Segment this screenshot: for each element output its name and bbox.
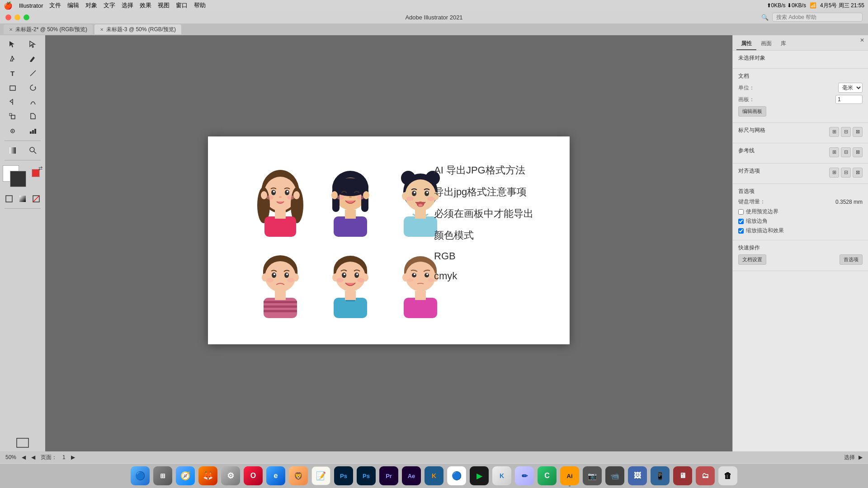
dock-firefox[interactable]: 🦊 bbox=[198, 465, 218, 486]
dock-app23[interactable]: 🖼 bbox=[627, 465, 648, 486]
svg-line-14 bbox=[34, 151, 36, 154]
artboard-tool[interactable] bbox=[3, 436, 42, 449]
dock-aftereffects[interactable]: Ae bbox=[401, 465, 422, 486]
pen-tool[interactable] bbox=[3, 52, 22, 65]
swap-colors-icon[interactable]: ⇄ bbox=[38, 165, 42, 171]
pencil-tool[interactable] bbox=[23, 52, 42, 65]
dock-pages[interactable]: ✏ bbox=[514, 465, 535, 486]
guide-icon-2[interactable]: ⊟ bbox=[841, 147, 851, 157]
rect-tool[interactable] bbox=[3, 81, 22, 94]
dock-app24[interactable]: 📱 bbox=[650, 465, 670, 486]
normal-mode[interactable] bbox=[3, 192, 15, 205]
warp-tool[interactable] bbox=[23, 96, 42, 108]
preferences-button[interactable]: 首选项 bbox=[840, 254, 863, 265]
menu-illustrator[interactable]: Illustrator bbox=[19, 2, 43, 9]
dock-app26[interactable]: 🗂 bbox=[695, 465, 716, 486]
panel-tab-properties[interactable]: 属性 bbox=[736, 38, 756, 50]
svg-point-57 bbox=[406, 197, 414, 201]
dock-app21[interactable]: 📷 bbox=[582, 465, 603, 486]
stroke-color[interactable] bbox=[10, 171, 26, 187]
line-tool[interactable] bbox=[23, 67, 42, 80]
dock-photoshop[interactable]: Ps bbox=[333, 465, 354, 486]
scroll-right-icon[interactable]: ▶ bbox=[859, 454, 863, 460]
clock: 4月5号 周三 21:55 bbox=[820, 2, 864, 9]
dock-edge[interactable]: e bbox=[265, 465, 286, 486]
dock-opera[interactable]: O bbox=[243, 465, 264, 486]
dock-finder[interactable]: 🔵 bbox=[130, 465, 151, 486]
type-tool[interactable]: T bbox=[3, 67, 22, 80]
menu-effect[interactable]: 效果 bbox=[140, 1, 151, 9]
snap-section: 对齐选项 ⊞ ⊟ ⊠ bbox=[733, 164, 868, 184]
panel-tab-artboard[interactable]: 画面 bbox=[756, 38, 776, 50]
tab-2-close[interactable]: ✕ bbox=[100, 27, 104, 32]
gradient-box[interactable] bbox=[16, 192, 29, 205]
panel-close-button[interactable]: ✕ bbox=[860, 37, 864, 43]
graph-tool[interactable] bbox=[23, 125, 42, 137]
zoom-tool[interactable] bbox=[23, 144, 42, 157]
dock-chrome[interactable]: 🔵 bbox=[446, 465, 467, 486]
scale-tool[interactable] bbox=[3, 110, 22, 123]
menu-view[interactable]: 视图 bbox=[158, 1, 170, 9]
unit-select[interactable]: 毫米 像素 厘米 bbox=[838, 83, 863, 93]
dock-safari[interactable]: 🧭 bbox=[175, 465, 196, 486]
ruler-icon-1[interactable]: ⊞ bbox=[829, 127, 839, 137]
select-tool[interactable] bbox=[3, 38, 22, 51]
tab-1-close[interactable]: ✕ bbox=[9, 27, 13, 32]
gradient-tool[interactable] bbox=[3, 144, 22, 157]
dock-cashculator[interactable]: C bbox=[537, 465, 557, 486]
dock-app25[interactable]: 🖥 bbox=[672, 465, 693, 486]
rotate-tool[interactable] bbox=[23, 81, 42, 94]
panel-tab-library[interactable]: 库 bbox=[776, 38, 791, 50]
symbol-tool[interactable] bbox=[3, 125, 22, 137]
snap-icon-1[interactable]: ⊞ bbox=[829, 168, 839, 178]
mirror-tool[interactable] bbox=[3, 96, 22, 108]
snap-icon-3[interactable]: ⊠ bbox=[853, 168, 863, 178]
close-button[interactable] bbox=[5, 14, 11, 20]
guide-icon-3[interactable]: ⊠ bbox=[853, 147, 863, 157]
guide-icon-1[interactable]: ⊞ bbox=[829, 147, 839, 157]
dock-launchpad[interactable]: ⊞ bbox=[152, 465, 173, 486]
rulers-title: 标尺与网格 bbox=[738, 127, 765, 134]
menu-edit[interactable]: 编辑 bbox=[67, 1, 79, 9]
edit-artboard-button[interactable]: 编辑画板 bbox=[738, 106, 766, 117]
tab-1[interactable]: ✕ 未标题-2* @ 50% (RGB/预览) bbox=[4, 24, 93, 34]
ruler-icon-3[interactable]: ⊠ bbox=[853, 127, 863, 137]
dock-photoshop2[interactable]: Ps bbox=[356, 465, 377, 486]
artboard-number-input[interactable] bbox=[835, 95, 863, 104]
search-input[interactable] bbox=[772, 13, 863, 22]
menu-type[interactable]: 文字 bbox=[104, 1, 115, 9]
maximize-button[interactable] bbox=[24, 14, 29, 20]
dock-textedit[interactable]: 📝 bbox=[311, 465, 331, 486]
snap-icon-2[interactable]: ⊟ bbox=[841, 168, 851, 178]
hide-corner-checkbox[interactable] bbox=[738, 219, 744, 224]
dock-player[interactable]: ▶ bbox=[469, 465, 490, 486]
dock-system-prefs[interactable]: ⚙ bbox=[220, 465, 241, 486]
scale-strokes-checkbox[interactable] bbox=[738, 228, 744, 234]
menu-object[interactable]: 对象 bbox=[85, 1, 97, 9]
dock-premiere[interactable]: Pr bbox=[378, 465, 399, 486]
dock-app22[interactable]: 📹 bbox=[604, 465, 625, 486]
menu-help[interactable]: 帮助 bbox=[194, 1, 206, 9]
svg-point-65 bbox=[265, 261, 296, 292]
page-next-icon[interactable]: ▶ bbox=[71, 454, 75, 460]
canvas-area[interactable]: AI 导出JPG格式方法 导出jpg格式注意事项 必须在画板中才能导出 颜色模式… bbox=[45, 35, 732, 463]
direct-select-tool[interactable] bbox=[23, 38, 42, 51]
use-preview-checkbox[interactable] bbox=[738, 209, 744, 215]
dock-illustrator[interactable]: Ai bbox=[559, 465, 580, 486]
page-prev-icon[interactable]: ◀ bbox=[31, 454, 35, 460]
doc-settings-button[interactable]: 文档设置 bbox=[738, 254, 766, 265]
svg-rect-77 bbox=[264, 310, 297, 312]
dock-brave[interactable]: 🦁 bbox=[288, 465, 309, 486]
dock-trash[interactable]: 🗑 bbox=[717, 465, 738, 486]
minimize-button[interactable] bbox=[14, 14, 20, 20]
free-transform-tool[interactable] bbox=[23, 110, 42, 123]
dock-keynote[interactable]: K bbox=[491, 465, 512, 486]
ruler-icon-2[interactable]: ⊟ bbox=[841, 127, 851, 137]
menu-file[interactable]: 文件 bbox=[49, 1, 61, 9]
dock-krita[interactable]: K bbox=[424, 465, 444, 486]
apple-menu[interactable]: 🍎 bbox=[4, 1, 13, 10]
menu-window[interactable]: 窗口 bbox=[176, 1, 188, 9]
none-box[interactable] bbox=[30, 192, 42, 205]
tab-2[interactable]: ✕ 未标题-3 @ 50% (RGB/预览) bbox=[94, 24, 181, 34]
menu-select[interactable]: 选择 bbox=[122, 1, 133, 9]
